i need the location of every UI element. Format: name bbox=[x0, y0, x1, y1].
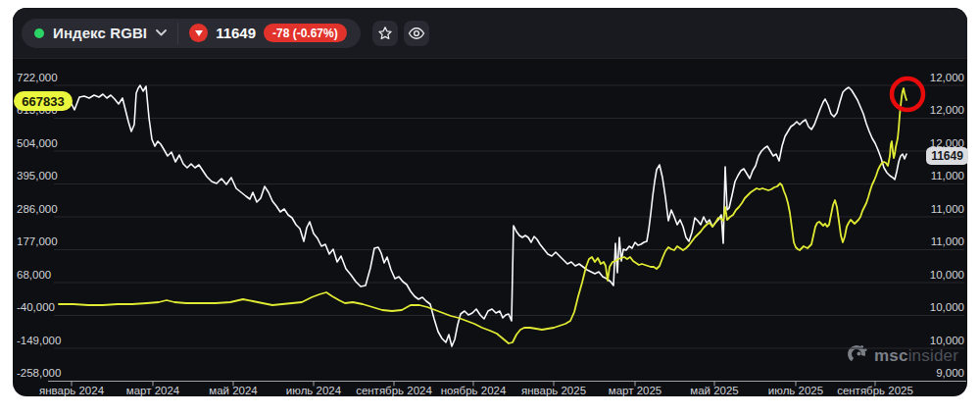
chevron-down-icon[interactable] bbox=[156, 29, 167, 36]
left-axis-label: -258,000 bbox=[17, 367, 61, 379]
left-axis-label: 68,000 bbox=[17, 269, 51, 281]
x-axis-label: июль 2024 bbox=[286, 385, 342, 396]
x-axis-label: март 2025 bbox=[609, 385, 662, 396]
right-axis-label: 10,000 bbox=[930, 335, 964, 346]
x-axis-label: январь 2025 bbox=[521, 385, 586, 396]
right-axis-label: 11,000 bbox=[931, 235, 964, 247]
right-axis-label: 10,000 bbox=[930, 269, 964, 281]
instrument-name: Индекс RGBI bbox=[53, 25, 147, 41]
x-axis-label: март 2024 bbox=[126, 385, 180, 396]
x-axis-label: январь 2024 bbox=[39, 385, 105, 396]
quote-value: 11649 bbox=[216, 25, 256, 41]
series-yellow-series bbox=[59, 88, 906, 343]
left-axis-label: -149,000 bbox=[17, 335, 61, 346]
series-rgbi-index-white bbox=[59, 85, 906, 346]
left-axis-label: 286,000 bbox=[17, 203, 58, 215]
highlight-circle-annotation bbox=[892, 78, 923, 110]
change-badge: -78 (-0.67%) bbox=[264, 24, 347, 42]
right-axis-label: 12,000 bbox=[930, 104, 964, 116]
price-label-text: 667833 bbox=[22, 94, 64, 109]
right-axis-label: 11,000 bbox=[931, 170, 964, 182]
chart-canvas[interactable]: январь 2024март 2024май 2024июль 2024сен… bbox=[0, 0, 980, 416]
right-axis-label: 11,000 bbox=[931, 203, 964, 215]
chart-header: Индекс RGBI 11649 -78 (-0.67%) bbox=[13, 8, 967, 59]
right-axis-label: 12,000 bbox=[930, 137, 964, 149]
right-axis-label: 10,000 bbox=[930, 301, 964, 313]
instrument-pill[interactable]: Индекс RGBI 11649 -78 (-0.67%) bbox=[22, 19, 361, 48]
left-axis-label: 395,000 bbox=[17, 170, 58, 182]
x-axis-label: сентябрь 2024 bbox=[356, 385, 432, 396]
price-label-text: 11649 bbox=[931, 149, 963, 163]
x-axis-label: май 2024 bbox=[209, 385, 258, 396]
left-axis-label: -40,000 bbox=[17, 301, 55, 313]
down-arrow-icon bbox=[189, 24, 208, 42]
right-axis-label: 9,000 bbox=[936, 367, 964, 379]
eye-icon bbox=[408, 26, 425, 40]
favorite-button[interactable] bbox=[372, 21, 398, 46]
divider bbox=[177, 23, 178, 44]
watch-button[interactable] bbox=[404, 21, 429, 46]
x-axis-label: июль 2025 bbox=[768, 385, 823, 396]
x-axis-label: ноябрь 2024 bbox=[441, 385, 507, 396]
left-axis-label: 722,000 bbox=[17, 72, 58, 83]
left-axis-label: 177,000 bbox=[17, 235, 58, 247]
status-dot-icon bbox=[34, 28, 44, 38]
left-axis-label: 504,000 bbox=[17, 137, 58, 149]
x-axis-label: сентябрь 2025 bbox=[837, 385, 913, 396]
right-axis-label: 12,000 bbox=[930, 72, 964, 83]
x-axis-label: май 2025 bbox=[690, 385, 739, 396]
screenshot-root: Индекс RGBI 11649 -78 (-0.67%) bbox=[0, 0, 980, 416]
star-icon bbox=[377, 26, 393, 41]
